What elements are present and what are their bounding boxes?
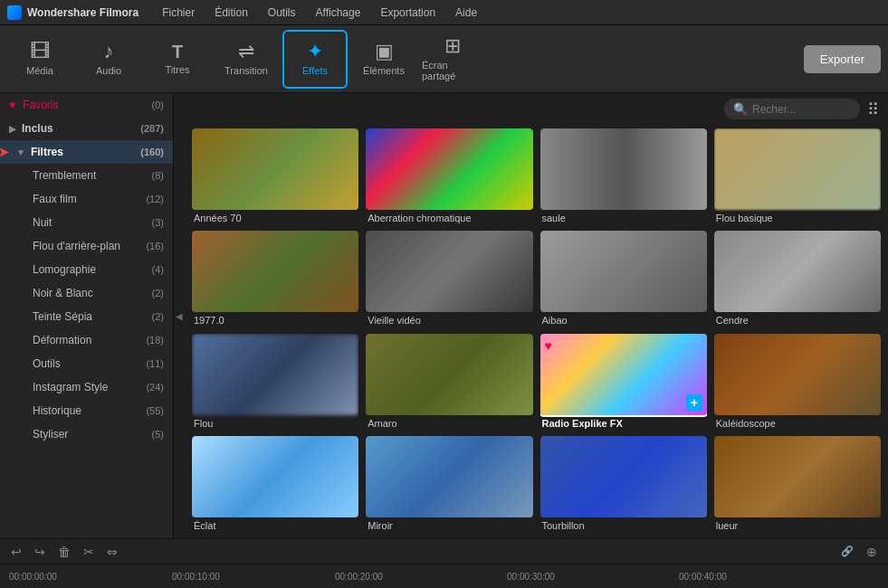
sidebar-faux-film-count: (12) [146,194,164,204]
sidebar-item-deformation[interactable]: Déformation (18) [0,328,173,352]
snap-button[interactable]: 🔗 [837,544,857,559]
menu-edition[interactable]: Édition [207,5,255,21]
time-mark-3: 00:00:30:00 [507,572,555,582]
grid-item-label-vieille-video: Vieille vidéo [366,312,532,326]
grid-item-eclat[interactable]: Éclat [192,436,358,531]
sidebar-deformation-count: (18) [146,335,164,346]
titres-icon: T [172,43,183,61]
search-input[interactable] [752,103,851,116]
search-icon: 🔍 [733,102,748,116]
timeline: ↩ ↪ 🗑 ✂ ⇔ 🔗 ⊕ 00:00:00:00 00:00:10:00 00… [0,538,888,588]
search-box[interactable]: 🔍 [724,99,860,119]
sidebar-item-teinte-sepia[interactable]: Teinte Sépia (2) [0,305,173,328]
sidebar-favoris-count: (0) [152,100,164,110]
sidebar-item-styliser[interactable]: Styliser (5) [0,422,173,446]
sidebar-outils-count: (11) [146,358,164,369]
sidebar-styliser-label: Styliser [33,428,148,441]
sidebar-item-filtres[interactable]: ▼ Filtres (160) ➤ [0,140,173,164]
split-button[interactable]: ⇔ [103,543,121,561]
sidebar-item-flou-arriere[interactable]: Flou d'arrière-plan (16) [0,234,173,258]
collapse-arrow-icon: ▶ [9,124,16,134]
toolbar-ecran[interactable]: ⊞ Écran partagé [420,30,485,89]
sidebar-nuit-count: (3) [152,217,164,228]
grid-item-lueur[interactable]: lueur [714,436,881,531]
sidebar-teinte-sepia-count: (2) [152,311,164,322]
sidebar-tremblement-count: (8) [152,170,164,181]
undo-button[interactable]: ↩ [7,543,25,561]
toolbar-elements[interactable]: ▣ Éléments [351,30,416,89]
time-mark-1: 00:00:10:00 [172,572,220,582]
grid-item-kalidoscope[interactable]: Kaléidoscope [714,334,881,429]
grid-item-label-cendre: Cendre [714,312,881,326]
media-icon: 🎞 [30,42,50,62]
redo-button[interactable]: ↪ [31,543,49,561]
grid-toggle-icon[interactable]: ⠿ [867,100,879,119]
sidebar-outils-label: Outils [33,357,142,370]
thumbnail-aberration [366,128,532,210]
thumbnail-miroir [366,436,532,517]
thumbnail-lueur [714,436,881,517]
sidebar-item-historique[interactable]: Historique (55) [0,399,173,422]
grid-item-1977[interactable]: 1977.0 [192,231,358,326]
grid-item-label-radio: Radio Explike FX [540,415,707,429]
effets-icon: ✦ [307,42,323,62]
sidebar-item-noir-blanc[interactable]: Noir & Blanc (2) [0,281,173,305]
sidebar-flou-arriere-count: (16) [146,241,164,251]
grid-item-tourbillon[interactable]: Tourbillon [540,436,707,531]
grid-item-miroir[interactable]: Miroir [366,436,532,531]
menu-aide[interactable]: Aide [448,5,484,21]
grid-item-label-aibao: Aibao [540,312,707,326]
ecran-icon: ⊞ [444,36,461,56]
grid-item-amaro[interactable]: Amaro [366,334,532,429]
toolbar-audio[interactable]: ♪ Audio [76,30,141,89]
menu-exportation[interactable]: Exportation [373,5,443,21]
heart-overlay-icon: ♥ [545,338,552,353]
menu-fichier[interactable]: Fichier [155,5,202,21]
time-mark-2: 00:00:20:00 [335,572,383,582]
grid-item-annees70[interactable]: Années 70 [192,128,358,223]
grid-item-cendre[interactable]: Cendre [714,231,881,326]
export-button[interactable]: Exporter [804,45,881,73]
sidebar: ♥ Favoris (0) ▶ Inclus (287) ▼ Filtres (… [0,93,174,538]
thumbnail-vieille-video [366,231,532,312]
sidebar-item-nuit[interactable]: Nuit (3) [0,211,173,234]
grid-item-saule[interactable]: saule [540,128,707,223]
grid-item-label-miroir: Miroir [366,517,532,531]
zoom-in-button[interactable]: ⊕ [863,543,881,561]
sidebar-handle[interactable]: ◀ [174,93,185,538]
grid-item-label-tourbillon: Tourbillon [540,517,707,531]
thumbnail-saule [540,128,707,210]
grid-item-label-saule: saule [540,210,707,223]
toolbar-transition[interactable]: ⇌ Transition [214,30,279,89]
delete-button[interactable]: 🗑 [54,543,74,561]
sidebar-item-instagram[interactable]: Instagram Style (24) [0,375,173,399]
grid-item-label-eclat: Éclat [192,517,358,531]
menu-outils[interactable]: Outils [261,5,303,21]
sidebar-item-lomographie[interactable]: Lomographie (4) [0,258,173,281]
grid-item-flou[interactable]: Flou [192,334,358,429]
sidebar-item-favoris[interactable]: ♥ Favoris (0) [0,93,173,117]
thumbnail-kalidoscope [714,334,881,415]
plus-overlay-icon[interactable]: + [686,394,702,411]
filtres-collapse-icon: ▼ [16,147,25,157]
sidebar-item-tremblement[interactable]: Tremblement (8) [0,164,173,187]
sidebar-historique-count: (55) [146,405,164,416]
toolbar-titres[interactable]: T Titres [145,30,210,89]
grid-item-vieille-video[interactable]: Vieille vidéo [366,231,532,326]
grid-item-flou-basique[interactable]: Flou basique [714,128,881,223]
grid-item-aberration[interactable]: Aberration chromatique [366,128,532,223]
sidebar-collapse-icon: ◀ [176,311,183,321]
grid-item-radio[interactable]: ♥+Radio Explike FX [540,334,707,429]
thumbnail-1977 [192,231,358,312]
toolbar-media[interactable]: 🎞 Média [7,30,72,89]
sidebar-inclus-count: (287) [140,123,164,134]
elements-icon: ▣ [375,42,394,62]
cut-button[interactable]: ✂ [80,543,98,561]
menu-affichage[interactable]: Affichage [309,5,368,21]
thumbnail-annees70 [192,128,358,210]
sidebar-item-faux-film[interactable]: Faux film (12) [0,187,173,211]
sidebar-item-outils[interactable]: Outils (11) [0,352,173,375]
sidebar-item-inclus[interactable]: ▶ Inclus (287) [0,117,173,140]
grid-item-aibao[interactable]: Aibao [540,231,707,326]
toolbar-effets[interactable]: ✦ Effets [282,30,348,89]
